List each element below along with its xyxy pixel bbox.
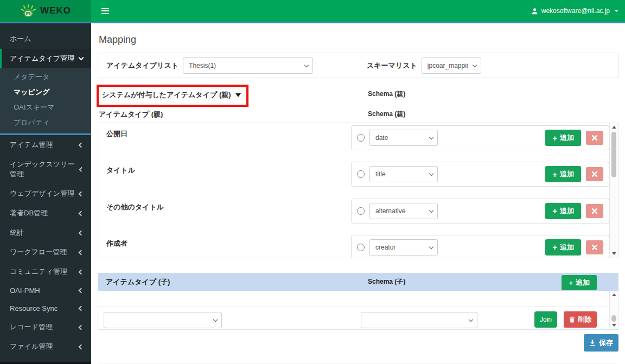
add-button[interactable]: + 追加 xyxy=(545,203,581,219)
join-button[interactable]: Join xyxy=(534,311,557,328)
schema-list-select[interactable]: jpcoar_mapping xyxy=(422,58,481,74)
sidebar: ホームアイテムタイプ管理メタデータマッピングOAIスキーマプロパティアイテム管理… xyxy=(0,22,91,364)
sidebar-item[interactable]: ワークフロー管理 xyxy=(0,242,91,262)
sidebar-item[interactable]: ユーザー管理 xyxy=(0,356,91,364)
mapping-row-controls: alternative + 追加 xyxy=(351,199,609,223)
radio-button[interactable] xyxy=(357,134,365,142)
download-icon xyxy=(589,340,596,346)
plus-icon: + xyxy=(552,135,557,141)
sidebar-item[interactable]: 統計 xyxy=(0,223,91,242)
chevron-left-icon xyxy=(79,191,84,196)
remove-button[interactable] xyxy=(586,240,603,254)
sidebar-item[interactable]: レコード管理 xyxy=(0,317,91,337)
schema-element-select[interactable]: date xyxy=(369,130,438,146)
sidebar-item[interactable]: 著者DB管理 xyxy=(0,203,91,223)
child-section-header: アイテムタイプ (子) Schema (子) + 追加 xyxy=(98,273,618,291)
child-itemtype-select[interactable] xyxy=(104,312,222,328)
radio-button[interactable] xyxy=(357,170,365,178)
itemtype-list-label: アイテムタイプリスト xyxy=(106,61,178,71)
scroll-up-arrow-icon[interactable] xyxy=(612,293,616,296)
user-menu[interactable]: wekosoftware@nii.ac.jp xyxy=(531,7,618,15)
itemtype-parent-header: アイテムタイプ (親) xyxy=(98,110,368,119)
save-button[interactable]: 保存 xyxy=(584,334,618,352)
remove-button[interactable] xyxy=(586,131,603,145)
mapping-row-controls: date + 追加 xyxy=(351,125,609,150)
chevron-left-icon xyxy=(79,230,84,235)
sidebar-subitem[interactable]: OAIスキーマ xyxy=(0,100,91,115)
schema-element-select[interactable]: alternative xyxy=(369,203,438,219)
trash-icon xyxy=(569,316,575,323)
scroll-down-arrow-icon[interactable] xyxy=(612,252,616,255)
mapping-row-controls: creator + 追加 xyxy=(351,235,609,258)
itemtype-list-select[interactable]: Thesis(1) xyxy=(183,58,313,74)
page-title: Mapping xyxy=(99,34,618,46)
sidebar-item[interactable]: OAI-PMH xyxy=(0,282,91,299)
row-separator xyxy=(98,306,609,307)
itemtype-select-panel: アイテムタイプリスト Thesis(1) スキーマリスト jpcoar_mapp… xyxy=(98,53,618,78)
sidebar-item[interactable]: ホーム xyxy=(0,29,91,49)
remove-button[interactable] xyxy=(586,204,603,218)
sidebar-item[interactable]: アイテム管理 xyxy=(0,135,91,155)
weko-logo-icon xyxy=(20,4,36,17)
system-itemtype-header-annotated[interactable]: システムが付与したアイテムタイプ (親) xyxy=(97,85,248,107)
chevron-left-icon xyxy=(79,269,84,274)
add-button[interactable]: + 追加 xyxy=(545,239,581,256)
chevron-left-icon xyxy=(79,306,84,311)
remove-button[interactable] xyxy=(586,167,603,181)
mapping-scroll-area: 公開日 date + 追加 タイトル title xyxy=(98,123,618,258)
vertical-scrollbar[interactable] xyxy=(609,123,618,258)
sidebar-item[interactable]: Resource Sync xyxy=(0,299,91,317)
sidebar-item[interactable]: ウェブデザイン管理 xyxy=(0,184,91,203)
logo-text: WEKO xyxy=(40,5,71,16)
app-logo[interactable]: WEKO xyxy=(0,0,91,22)
chevron-left-icon xyxy=(79,324,84,330)
close-icon xyxy=(592,208,597,214)
sidebar-item[interactable]: コミュニティ管理 xyxy=(0,262,91,282)
mapping-row-label: 作成者 xyxy=(106,239,127,248)
plus-icon: + xyxy=(552,244,557,250)
delete-button[interactable]: 削除 xyxy=(564,311,597,328)
close-icon xyxy=(592,245,597,250)
hamburger-menu-icon[interactable] xyxy=(99,4,111,17)
schema-child-header: Schema (子) xyxy=(368,277,405,286)
scroll-down-arrow-icon[interactable] xyxy=(612,324,616,327)
system-itemtype-header-label: システムが付与したアイテムタイプ (親) xyxy=(102,90,231,100)
plus-icon: + xyxy=(552,171,557,177)
radio-button[interactable] xyxy=(357,244,365,251)
sidebar-item[interactable]: ファイル管理 xyxy=(0,337,91,356)
mapping-row: タイトル title + 追加 xyxy=(98,162,609,187)
mapping-row-label: 公開日 xyxy=(106,129,127,139)
child-schema-select[interactable] xyxy=(361,312,477,328)
chevron-left-icon xyxy=(79,288,84,293)
sidebar-subitem[interactable]: プロパティ xyxy=(0,115,91,130)
scrollbar-thumb[interactable] xyxy=(611,315,616,322)
schema-element-select[interactable]: creator xyxy=(369,239,438,256)
scrollbar-thumb[interactable] xyxy=(611,132,616,177)
caret-down-icon xyxy=(614,10,618,12)
sidebar-subitem[interactable]: メタデータ xyxy=(0,69,91,85)
close-icon xyxy=(592,135,597,141)
add-button[interactable]: + 追加 xyxy=(545,166,581,182)
schema-element-select[interactable]: title xyxy=(369,166,438,182)
radio-button[interactable] xyxy=(357,207,365,215)
itemtype-child-header: アイテムタイプ (子) xyxy=(106,277,170,287)
scroll-up-arrow-icon[interactable] xyxy=(612,126,616,129)
user-icon xyxy=(531,8,538,15)
sidebar-item[interactable]: アイテムタイプ管理 xyxy=(0,49,91,68)
top-navbar: WEKO wekosoftware@nii.ac.jp xyxy=(0,0,625,22)
chevron-left-icon xyxy=(79,250,84,255)
sidebar-subitem[interactable]: マッピング xyxy=(0,85,91,100)
chevron-down-icon xyxy=(79,55,84,61)
add-button[interactable]: + 追加 xyxy=(545,130,581,146)
plus-icon: + xyxy=(569,279,573,287)
footer-divider xyxy=(98,363,618,363)
navbar-main: wekosoftware@nii.ac.jp xyxy=(91,0,625,22)
chevron-left-icon xyxy=(79,142,84,148)
sidebar-item[interactable]: インデックスツリー管理 xyxy=(0,155,91,184)
vertical-scrollbar[interactable] xyxy=(609,291,618,329)
mapping-row: 公開日 date + 追加 xyxy=(98,125,609,151)
add-child-button[interactable]: + 追加 xyxy=(562,275,597,290)
schema-parent-header: Schema (親) xyxy=(368,85,618,99)
schema-parent-header: Schema (親) xyxy=(368,110,618,119)
child-mapping-section: アイテムタイプ (子) Schema (子) + 追加 Join xyxy=(98,273,618,330)
